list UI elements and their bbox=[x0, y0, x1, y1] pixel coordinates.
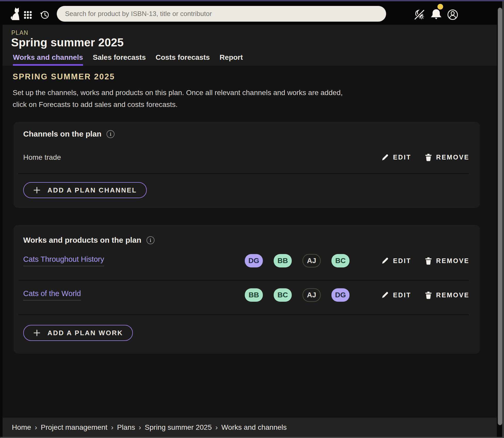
plan-tabs: Works and channels Sales forecasts Costs… bbox=[13, 53, 243, 66]
channels-card: Channels on the plan Home trade EDIT bbox=[14, 122, 480, 208]
contributor-chip[interactable]: AJ bbox=[303, 288, 321, 302]
info-icon[interactable] bbox=[147, 236, 155, 244]
remove-channel-button[interactable]: REMOVE bbox=[425, 153, 469, 161]
theme-toggle-icon[interactable] bbox=[413, 8, 425, 21]
contributor-chip[interactable]: BC bbox=[331, 254, 349, 267]
works-card: Works and products on the plan Cats Thro… bbox=[14, 225, 480, 354]
add-plan-work-button[interactable]: ADD A PLAN WORK bbox=[23, 325, 133, 341]
tab-sales-forecasts[interactable]: Sales forecasts bbox=[93, 53, 146, 66]
work-row: Cats Throughout History DG BB AJ BC E bbox=[23, 252, 469, 270]
trash-icon bbox=[425, 153, 432, 161]
search-input[interactable] bbox=[57, 6, 386, 22]
tab-report[interactable]: Report bbox=[220, 53, 243, 66]
work-row: Cats of the World BB BC AJ DG EDIT bbox=[23, 286, 469, 304]
breadcrumb: Home › Project management › Plans › Spri… bbox=[12, 418, 287, 437]
breadcrumb-current-page: Works and channels bbox=[221, 423, 287, 432]
contributor-chip-group: DG BB AJ BC bbox=[245, 254, 349, 267]
edit-label: EDIT bbox=[393, 154, 411, 161]
edit-work-button[interactable]: EDIT bbox=[381, 257, 411, 265]
contributor-chip[interactable]: BB bbox=[274, 254, 292, 267]
works-card-title: Works and products on the plan bbox=[23, 236, 141, 245]
remove-work-button[interactable]: REMOVE bbox=[425, 257, 469, 265]
description-line-1: Set up the channels, works and products … bbox=[13, 89, 343, 97]
channels-card-title: Channels on the plan bbox=[23, 130, 101, 138]
user-avatar-icon[interactable] bbox=[447, 9, 458, 20]
work-link-cats-of-the-world[interactable]: Cats of the World bbox=[23, 289, 81, 301]
pencil-icon bbox=[381, 257, 389, 265]
tab-works-and-channels[interactable]: Works and channels bbox=[13, 53, 83, 66]
breadcrumb-separator: › bbox=[215, 423, 218, 432]
notification-dot-badge bbox=[437, 4, 443, 10]
section-description: Set up the channels, works and products … bbox=[13, 87, 343, 111]
add-plan-channel-button[interactable]: ADD A PLAN CHANNEL bbox=[23, 182, 147, 198]
edit-channel-button[interactable]: EDIT bbox=[381, 154, 411, 161]
tab-costs-forecasts[interactable]: Costs forecasts bbox=[156, 53, 210, 66]
add-plan-work-label: ADD A PLAN WORK bbox=[47, 329, 123, 337]
apps-grid-icon[interactable] bbox=[24, 11, 32, 19]
breadcrumb-home[interactable]: Home bbox=[12, 423, 31, 432]
work-link-cats-throughout-history[interactable]: Cats Throughout History bbox=[23, 255, 104, 266]
window-edge-right bbox=[502, 1, 504, 438]
channel-row-actions: EDIT REMOVE bbox=[381, 153, 469, 161]
work-row-actions: EDIT REMOVE bbox=[381, 257, 469, 265]
app-window: PLAN Spring summer 2025 Works and channe… bbox=[0, 0, 504, 438]
scrollbar-thumb[interactable] bbox=[498, 8, 502, 425]
channel-row: Home trade EDIT bbox=[23, 150, 469, 164]
top-navigation-bar bbox=[0, 1, 502, 25]
window-edge-bottom bbox=[0, 437, 504, 438]
breadcrumb-plans[interactable]: Plans bbox=[117, 423, 135, 432]
contributor-chip[interactable]: DG bbox=[331, 288, 349, 302]
remove-label: REMOVE bbox=[436, 291, 469, 299]
plus-icon bbox=[33, 186, 41, 194]
add-plan-channel-label: ADD A PLAN CHANNEL bbox=[47, 186, 137, 194]
remove-label: REMOVE bbox=[436, 154, 469, 161]
pencil-icon bbox=[381, 154, 389, 161]
divider bbox=[18, 173, 469, 174]
app-logo-cat-icon[interactable] bbox=[10, 7, 20, 21]
history-icon[interactable] bbox=[40, 10, 50, 20]
trash-icon bbox=[425, 257, 432, 265]
breadcrumb-spring-summer-2025[interactable]: Spring summer 2025 bbox=[145, 423, 212, 432]
contributor-chip-group: BB BC AJ DG bbox=[245, 288, 349, 302]
remove-label: REMOVE bbox=[436, 257, 469, 265]
plus-icon bbox=[33, 329, 41, 337]
channel-name: Home trade bbox=[23, 153, 61, 162]
plan-eyebrow: PLAN bbox=[11, 29, 28, 36]
edit-label: EDIT bbox=[393, 257, 411, 265]
contributor-chip[interactable]: BB bbox=[245, 288, 263, 302]
trash-icon bbox=[425, 291, 432, 299]
works-card-header: Works and products on the plan bbox=[23, 236, 155, 245]
channels-card-header: Channels on the plan bbox=[23, 130, 115, 138]
notifications-bell-icon[interactable] bbox=[430, 8, 442, 21]
main-content: SPRING SUMMER 2025 Set up the channels, … bbox=[3, 66, 497, 418]
pencil-icon bbox=[381, 291, 389, 299]
divider bbox=[18, 314, 469, 315]
divider bbox=[18, 280, 469, 281]
edit-work-button[interactable]: EDIT bbox=[381, 291, 411, 299]
description-line-2: click on Forecasts to add sales and cost… bbox=[13, 100, 178, 108]
remove-work-button[interactable]: REMOVE bbox=[425, 291, 469, 299]
breadcrumb-project-management[interactable]: Project management bbox=[41, 423, 107, 432]
breadcrumb-separator: › bbox=[139, 423, 141, 432]
contributor-chip[interactable]: DG bbox=[245, 254, 263, 267]
plan-header: PLAN Spring summer 2025 Works and channe… bbox=[3, 25, 497, 66]
section-heading: SPRING SUMMER 2025 bbox=[13, 72, 115, 81]
page-title: Spring summer 2025 bbox=[11, 36, 124, 49]
edit-label: EDIT bbox=[393, 291, 411, 299]
breadcrumb-bar: Home › Project management › Plans › Spri… bbox=[3, 418, 497, 437]
contributor-chip[interactable]: BC bbox=[274, 288, 292, 302]
info-icon[interactable] bbox=[107, 130, 115, 138]
breadcrumb-separator: › bbox=[35, 423, 37, 432]
work-row-actions: EDIT REMOVE bbox=[381, 291, 469, 299]
breadcrumb-separator: › bbox=[111, 423, 113, 432]
contributor-chip[interactable]: AJ bbox=[303, 254, 321, 267]
